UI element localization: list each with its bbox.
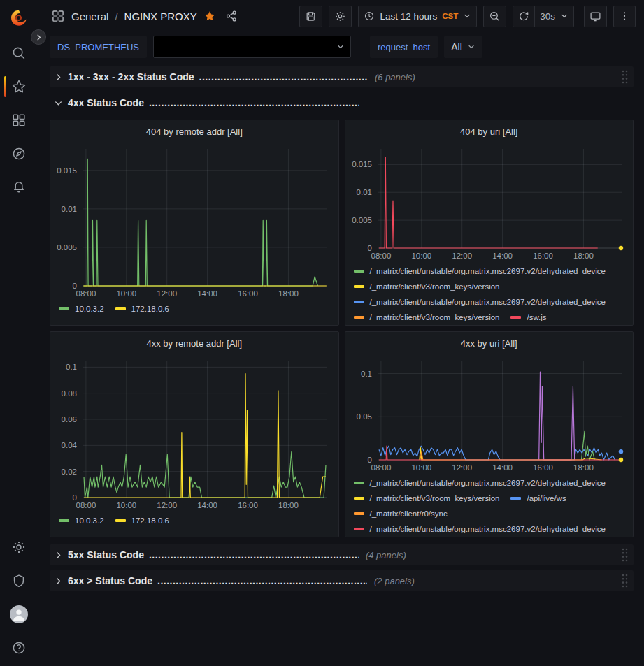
svg-text:08:00: 08:00 [76, 289, 96, 298]
grafana-logo[interactable] [0, 0, 38, 36]
refresh-interval-select[interactable]: 30s [535, 6, 574, 27]
sidebar-item-starred[interactable] [0, 70, 38, 103]
legend-item[interactable]: 172.18.0.6 [115, 301, 169, 317]
panel-title[interactable]: 404 by remote addr [All] [50, 120, 338, 143]
chevron-down-icon [463, 12, 471, 20]
legend-item[interactable]: /_matrix/client/unstable/org.matrix.msc2… [354, 263, 606, 279]
row-6xx[interactable]: 6xx > Status Code ......................… [50, 570, 634, 591]
zoom-out-time-button[interactable] [483, 6, 506, 27]
sidebar-item-server-admin[interactable] [0, 564, 38, 598]
time-series-chart[interactable]: 08:0010:0012:0014:0016:0018:0000.050.1 [345, 355, 634, 475]
panel-legend: /_matrix/client/unstable/org.matrix.msc2… [345, 263, 634, 323]
save-dashboard-button[interactable] [299, 6, 322, 27]
chevron-right-icon [54, 73, 63, 82]
sidebar-item-profile[interactable] [0, 598, 38, 631]
svg-text:12:00: 12:00 [452, 463, 472, 472]
dashboard-title[interactable]: NGINX PROXY [124, 10, 197, 22]
row-title: 1xx - 3xx - 2xx Status Code [68, 71, 194, 82]
row-drag-handle[interactable] [621, 547, 628, 563]
row-drag-handle[interactable] [621, 69, 628, 85]
svg-text:0.005: 0.005 [352, 216, 372, 224]
svg-text:14:00: 14:00 [197, 501, 217, 509]
shield-icon [11, 573, 27, 588]
panel-title[interactable]: 4xx by remote addr [All] [50, 332, 338, 355]
time-series-chart[interactable]: 08:0010:0012:0014:0016:0018:0000.020.040… [50, 355, 338, 512]
time-range-picker[interactable]: Last 12 hours CST [358, 6, 477, 27]
svg-text:08:00: 08:00 [76, 501, 96, 509]
legend-item[interactable]: /_matrix/client/v3/room_keys/version [354, 491, 500, 506]
panel-title[interactable]: 4xx by uri [All] [345, 332, 634, 355]
bell-icon [11, 180, 27, 195]
sidebar-item-dashboards[interactable] [0, 103, 38, 137]
svg-text:0.015: 0.015 [57, 166, 77, 175]
star-filled-icon[interactable] [203, 10, 216, 22]
more-options-button[interactable] [613, 6, 636, 27]
legend-item[interactable]: /_matrix/client/v3/room_keys/version [354, 279, 500, 294]
svg-text:0.04: 0.04 [62, 441, 78, 449]
variables-bar: DS_PROMETHEUS request_host All [38, 32, 644, 61]
row-4xx[interactable]: 4xx Status Code ........................… [50, 92, 634, 113]
sidebar-item-alerting[interactable] [0, 171, 38, 204]
svg-text:0.1: 0.1 [361, 370, 372, 378]
host-variable-select[interactable]: All [444, 36, 482, 58]
share-icon[interactable] [225, 10, 238, 22]
legend-item[interactable]: 10.0.3.2 [59, 513, 104, 528]
chevron-down-icon [336, 43, 345, 51]
time-series-chart[interactable]: 08:0010:0012:0014:0016:0018:0000.0050.01… [345, 143, 634, 263]
legend-row: /_matrix/client/r0/sync [354, 506, 627, 521]
tv-mode-button[interactable] [584, 6, 607, 27]
legend-item[interactable]: /_matrix/client/unstable/org.matrix.msc2… [354, 521, 606, 535]
legend-label: /sw.js [527, 310, 546, 323]
host-variable-label[interactable]: request_host [370, 36, 438, 58]
legend-item[interactable]: 10.0.3.2 [59, 301, 104, 317]
legend-item[interactable]: /_matrix/client/r0/sync [354, 506, 448, 521]
row-1xx-3xx-2xx[interactable]: 1xx - 3xx - 2xx Status Code ............… [50, 66, 634, 87]
legend-item[interactable]: /_matrix/client/unstable/org.matrix.msc2… [354, 294, 606, 310]
datasource-variable-label[interactable]: DS_PROMETHEUS [50, 36, 147, 58]
legend-swatch [115, 307, 126, 310]
help-icon [11, 640, 27, 656]
chevron-down-icon [467, 43, 475, 51]
datasource-variable-select[interactable] [153, 36, 351, 58]
chevron-right-icon [54, 551, 63, 560]
legend-item[interactable]: /api/live/ws [510, 491, 566, 506]
time-series-chart[interactable]: 08:0010:0012:0014:0016:0018:0000.0050.01… [50, 143, 338, 301]
person-icon [10, 605, 28, 623]
row-5xx[interactable]: 5xx Status Code ........................… [50, 544, 634, 565]
svg-text:16:00: 16:00 [238, 289, 258, 298]
svg-text:10:00: 10:00 [411, 252, 431, 260]
dashboard-settings-button[interactable] [329, 6, 352, 27]
chevron-right-icon [35, 34, 43, 41]
chevron-down-icon [54, 99, 63, 108]
svg-text:16:00: 16:00 [238, 501, 258, 509]
dashboards-grid-icon [11, 113, 27, 128]
apps-grid-icon [51, 9, 65, 23]
sidebar-item-configuration[interactable] [0, 530, 38, 564]
avatar [10, 605, 28, 623]
panel-title[interactable]: 404 by uri [All] [345, 120, 634, 143]
svg-text:0.06: 0.06 [62, 415, 77, 424]
svg-text:0: 0 [367, 244, 371, 252]
monitor-icon [589, 10, 601, 22]
svg-text:0.005: 0.005 [57, 243, 77, 252]
legend-item[interactable]: 172.18.0.6 [115, 513, 169, 528]
legend-item[interactable]: /_matrix/client/unstable/org.matrix.msc2… [354, 475, 606, 491]
sidebar-expand-button[interactable] [31, 29, 46, 45]
breadcrumb-folder[interactable]: General [71, 10, 108, 22]
svg-text:08:00: 08:00 [371, 463, 391, 472]
svg-text:0: 0 [367, 456, 371, 464]
legend-item[interactable]: /_matrix/client/v3/room_keys/version [354, 310, 500, 323]
chevron-down-icon [560, 12, 568, 20]
row-drag-handle[interactable] [621, 573, 628, 588]
zoom-out-icon [489, 10, 501, 22]
sidebar-item-explore[interactable] [0, 137, 38, 171]
refresh-button[interactable] [513, 6, 535, 27]
legend-label: 172.18.0.6 [131, 513, 169, 528]
sidebar-item-help[interactable] [0, 631, 38, 665]
dashboard-header: General / NGINX PROXY Last [38, 0, 644, 32]
legend-row: 10.0.3.2172.18.0.6 [59, 301, 331, 317]
legend-item[interactable]: /sw.js [510, 310, 546, 323]
svg-text:18:00: 18:00 [278, 289, 299, 298]
svg-text:0.01: 0.01 [62, 205, 77, 213]
gear-icon [334, 10, 346, 22]
